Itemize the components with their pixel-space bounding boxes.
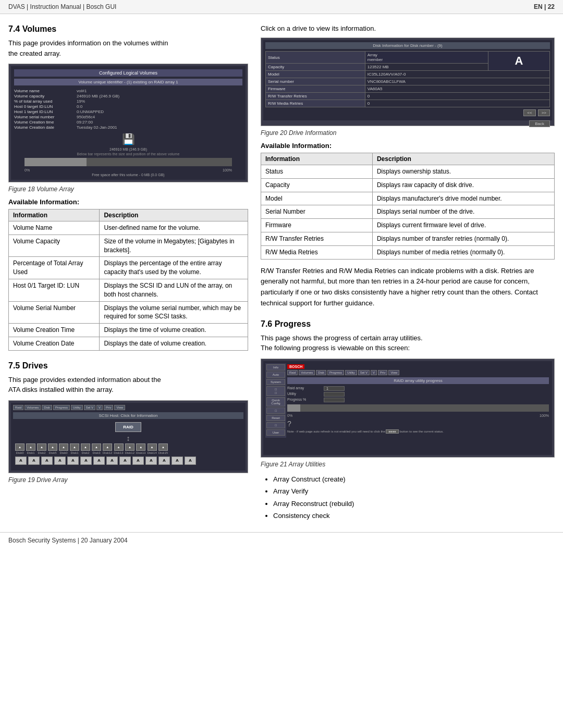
vol-title-bar: Configured Logical Volumes — [14, 69, 242, 77]
click-info-text: Click on a drive to view its information… — [261, 24, 555, 32]
progress-field-progress: Progress % — [287, 398, 549, 402]
left-column: 7.4 Volumes This page provides informati… — [8, 24, 248, 522]
progress-main: BOSCH Raid Volumes Disk Progress Utility… — [286, 363, 550, 438]
disk-item: ▲ Disk3 — [92, 443, 101, 454]
vol-info-row-5: Volume serial number 950d56c4 — [14, 115, 242, 119]
section-76-heading: 7.6 Progress — [261, 319, 555, 329]
table-row: R/W Transfer Retries 0 — [266, 93, 550, 100]
progress-fields: Raid array 1 Utility Progress % — [287, 386, 549, 402]
footer-text: Bosch Security Systems | 20 January 2004 — [8, 537, 128, 544]
table-row: R/W Media Retries Displays number of med… — [261, 245, 555, 259]
disk-item: ▲ Disk0 — [15, 443, 25, 454]
vol-subtitle-bar: Volume unique identifier - (1) existing … — [14, 79, 242, 85]
disk-item: ▲ Disk15 — [158, 443, 168, 454]
table-row: Capacity Displays raw capacity of disk d… — [261, 178, 555, 192]
figure-19-caption: Figure 19 Drive Array — [8, 476, 248, 484]
table-row: R/W Transfer Retries Displays number of … — [261, 232, 555, 245]
progress-field-utility: Utility — [287, 392, 549, 397]
table-row: Serial Number Displays serial number of … — [261, 205, 555, 219]
section-75-subtext: This page provides extended information … — [8, 375, 248, 395]
disk-item: ▲ Disk2 — [81, 443, 90, 454]
page-header: DVAS | Instruction Manual | Bosch GUI EN… — [0, 0, 563, 14]
disk-info-title-bar: Disk Information for Disk number - (9) — [265, 42, 550, 49]
list-item: Consistency check — [273, 510, 555, 522]
disk-item: ▲ Disk13 — [114, 443, 123, 454]
disk-item: ▲ Disk12 — [125, 443, 134, 454]
disk-item: ▲ Disk1 — [26, 443, 35, 454]
disk-item: ▲ Disk14 — [147, 443, 156, 454]
disk-a-row: A A A A A A A A A A A A A A — [13, 455, 243, 466]
progress-bar-outer — [287, 404, 549, 412]
section-74-heading: 7.4 Volumes — [8, 24, 248, 34]
vol-info-row-0: Volume name vol#1 — [14, 89, 242, 93]
vol-info-row-2: % of total array used 19% — [14, 99, 242, 104]
right-column: Click on a drive to view its information… — [261, 24, 555, 522]
drive-disks-row: ▲ Disk0 ▲ Disk1 ▲ Disk2 ▲ — [13, 442, 243, 455]
figure-18-caption: Figure 18 Volume Array — [8, 186, 248, 193]
vol-bar-area: 💾 246910 MB (246.9 GB) Below bar represe… — [14, 133, 242, 177]
section-76-subtext: This page shows the progress of certain … — [261, 333, 555, 353]
section-74-subtext: This page provides information on the vo… — [8, 38, 248, 58]
main-content: 7.4 Volumes This page provides informati… — [0, 14, 563, 522]
table-row: Percentage of Total Array Used Displays … — [9, 257, 248, 279]
list-item: Array Reconstruct (rebuild) — [273, 498, 555, 510]
progress-nav-row: Raid Volumes Disk Progress Utility Sel V… — [287, 370, 549, 375]
figure-20-box: Disk Information for Disk number - (9) S… — [261, 38, 555, 126]
progress-title-bar: RAID array utility progress — [287, 377, 549, 384]
list-item: Array Construct (create) — [273, 473, 555, 485]
drive-arrow-down: ↕ — [13, 434, 243, 442]
progress-screenshot: Info Auto System □ □ Quick Config □ Rese… — [263, 361, 552, 455]
disk-table-header-desc: Description — [372, 153, 554, 165]
table-row: Firmware VA60A5 — [266, 85, 550, 93]
progress-field-raid-array: Raid array 1 — [287, 386, 549, 391]
disk-table-header-info: Information — [261, 153, 373, 165]
vol-info-row-7: Volume Creation date Tuesday 02-Jan-2001 — [14, 125, 242, 130]
progress-question-icon: ? — [287, 419, 291, 428]
figure-18-box: Configured Logical Volumes Volume unique… — [8, 64, 248, 182]
section-74-volumes: 7.4 Volumes This page provides informati… — [8, 24, 248, 351]
table-row: Volume Name User-defined name for the vo… — [9, 221, 248, 235]
disk-info-table-inner: Status Arraymember A Capacity 123522 MB … — [265, 51, 550, 107]
progress-note: Note - if web page auto refresh is not e… — [287, 430, 549, 434]
disk-info-paragraph: R/W Transfer Retries and R/W Media Retri… — [261, 266, 555, 309]
disk-item: ▲ Disk1 — [70, 443, 79, 454]
disk-info-nav: << >> — [265, 109, 550, 116]
header-page-number: EN | 22 — [534, 3, 555, 10]
progress-bar-labels: 0% 100% — [287, 414, 549, 417]
disk-item: ▲ Disk12 — [103, 443, 112, 454]
drive-title-bar: SCSI Host: Click for Information — [13, 412, 243, 419]
disk-info-table: Information Description Status Displays … — [261, 153, 555, 260]
page-footer: Bosch Security Systems | 20 January 2004 — [0, 532, 563, 548]
figure-21-box: Info Auto System □ □ Quick Config □ Rese… — [261, 359, 555, 458]
vol-progress-labels: 0% 100% — [25, 168, 232, 172]
disk-item: ▲ Disk5 — [48, 443, 57, 454]
disk-available-info-heading: Available Information: — [261, 142, 555, 150]
disk-info-screenshot: Disk Information for Disk number - (9) S… — [263, 40, 552, 120]
raid-box: RAID — [115, 422, 141, 432]
table-row: R/W Media Retries 0 — [266, 100, 550, 107]
progress-bar-fill — [287, 404, 300, 412]
figure-19-box: Raid Volumes Disk Progress Utility Sel V… — [8, 400, 248, 473]
vol-info-row-1: Volume capacity 246910 MB (246.9 GB) — [14, 94, 242, 98]
vol-table-header-desc: Description — [100, 209, 248, 221]
disk-item: ▲ Disk2 — [37, 443, 46, 454]
table-row: Serial number VNC800ABC1LFWA — [266, 78, 550, 85]
section-75-drives: 7.5 Drives This page provides extended i… — [8, 361, 248, 484]
table-row: Host 0/1 Target ID: LUN Displays the SCS… — [9, 279, 248, 301]
bullet-list: Array Construct (create) Array Verify Ar… — [273, 473, 555, 522]
disk-info-back-button[interactable]: Back — [529, 120, 550, 127]
vol-progress-fill — [25, 158, 87, 166]
bosch-badge: BOSCH — [287, 364, 304, 369]
drive-array-screenshot: Raid Volumes Disk Progress Utility Sel V… — [11, 403, 246, 471]
vol-progress-bar — [25, 158, 232, 166]
volume-array-screenshot: Configured Logical Volumes Volume unique… — [11, 66, 246, 180]
list-item: Array Verify — [273, 485, 555, 497]
section-76-progress: 7.6 Progress This page shows the progres… — [261, 319, 555, 522]
table-row: Status Displays ownership status. — [261, 165, 555, 179]
progress-sidebar: Info Auto System □ □ Quick Config □ Rese… — [265, 363, 286, 438]
vol-free-text: Free space after this volume - 0 MB (0.0… — [14, 173, 242, 177]
table-row: Status Arraymember A — [266, 52, 550, 64]
vol-info-row-6: Volume Creation time 09:27:00 — [14, 120, 242, 125]
figure-21-caption: Figure 21 Array Utilities — [261, 461, 555, 468]
table-row: Model IC35L120AVV/A07-0 — [266, 71, 550, 78]
